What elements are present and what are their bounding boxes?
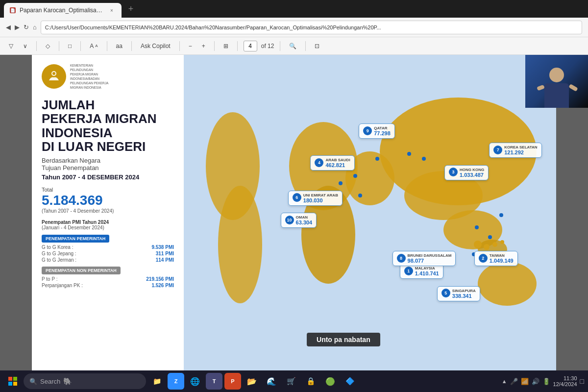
content-area: KEMENTERIAN PELINDUNGAN PEKERJA MIGRAN I… <box>0 55 588 370</box>
tray-mic[interactable]: 🎤 <box>510 378 518 385</box>
country-name: MALAYSIA <box>415 266 439 270</box>
taskbar-file-explorer[interactable]: 📁 <box>148 372 166 390</box>
windows-icon <box>8 377 17 386</box>
active-tab[interactable]: 📄 Paparan Karocan_Optimalisasi Pe... × <box>4 3 122 18</box>
page-icon[interactable]: □ <box>65 41 74 51</box>
svg-point-15 <box>492 242 497 247</box>
tray-wifi[interactable]: 📶 <box>521 378 529 385</box>
country-bubble-qatar: 9 QATAR 77.298 <box>359 123 395 139</box>
sep6 <box>179 41 180 51</box>
taskbar-chrome[interactable]: 🟢 <box>321 372 339 390</box>
taskbar-zoom[interactable]: Z <box>168 373 184 390</box>
svg-rect-30 <box>13 382 17 386</box>
elephant-icon: 🐘 <box>63 377 72 385</box>
svg-point-23 <box>375 157 379 161</box>
dropdown-btn[interactable]: ∨ <box>20 41 30 51</box>
country-name: TAIWAN <box>490 253 514 258</box>
rank-dot: 5 <box>441 289 450 297</box>
export-btn[interactable]: ⊡ <box>312 41 322 51</box>
country-name: KOREA SELATAN <box>504 145 537 149</box>
year-label: Tahun 2007 - 4 DESEMBER 2024 <box>42 173 174 181</box>
system-tray: ▲ 🎤 📶 🔊 🔋 11:30 12/4/2024 □ <box>502 375 584 387</box>
sep10 <box>305 41 306 51</box>
rank-dot: 4 <box>315 158 323 167</box>
non-gov-badge: PENEMPATAN NON PEMERINTAH <box>42 267 121 274</box>
zoom-out-btn[interactable]: − <box>186 41 195 51</box>
svg-rect-29 <box>8 382 12 386</box>
svg-point-22 <box>339 181 343 185</box>
total-box: Total 5.184.369 (Tahun 2007 - 4 Desember… <box>42 187 174 214</box>
country-bubble-taiwan: 2 TAIWAN 1.049.149 <box>474 251 518 266</box>
taskbar-store[interactable]: 🛒 <box>282 372 300 390</box>
country-value: 77.298 <box>374 130 391 136</box>
reset-icon[interactable]: ◇ <box>43 41 53 51</box>
zoom-in-btn[interactable]: + <box>199 41 208 51</box>
page-number-input[interactable] <box>244 41 257 51</box>
country-bubble-uni-emirat-arab: 6 UNI EMIRAT ARAB 180.030 <box>288 191 343 206</box>
tray-chevron[interactable]: ▲ <box>502 378 507 384</box>
country-value: 338.341 <box>452 293 476 299</box>
country-bubble-oman: 10 OMAN 63.304 <box>281 213 317 228</box>
search-pdf-btn[interactable]: 🔍 <box>286 41 299 51</box>
country-bubble-hong-kong: 3 HONG KONG 1.033.487 <box>444 165 489 180</box>
main-title: JUMLAH PEKERJA MIGRAN INDONESIA DI LUAR … <box>42 98 174 154</box>
rank-dot: 9 <box>363 126 372 135</box>
rank-dot: 10 <box>285 216 294 224</box>
home-button[interactable]: ⌂ <box>33 24 37 31</box>
browser-frame: 📄 Paparan Karocan_Optimalisasi Pe... × +… <box>0 0 588 392</box>
taskbar-folder[interactable]: 📂 <box>243 372 261 390</box>
text-icon[interactable]: аа <box>113 41 125 51</box>
fit-page-btn[interactable]: ⊞ <box>220 41 231 51</box>
sep3 <box>80 41 81 51</box>
sub-title: Berdasarkan Negara Tujuan Penempatan <box>42 157 174 172</box>
gov-stats: G to G Korea :9.538 PMIG to G Jepang :31… <box>42 245 174 263</box>
stat-row: P to P :219.156 PMI <box>42 276 174 282</box>
rank-dot: 8 <box>397 254 406 263</box>
placement-title: Penempatan PMI Tahun 2024 <box>42 220 174 225</box>
tab-close-button[interactable]: × <box>108 6 116 14</box>
taskbar-right: ▲ 🎤 📶 🔊 🔋 11:30 12/4/2024 □ <box>502 375 584 387</box>
tray-datetime[interactable]: 11:30 12/4/2024 <box>553 375 577 387</box>
svg-point-19 <box>488 235 492 239</box>
country-value: 1.410.741 <box>415 270 439 276</box>
rank-dot: 7 <box>493 146 502 154</box>
gov-badge: PENEMPATAN PEMERINTAH <box>42 235 109 243</box>
svg-point-17 <box>475 225 479 229</box>
subtitle-text: Unto pa nabatan <box>307 333 380 346</box>
taskbar-search[interactable]: 🔍 Search 🐘 <box>24 373 146 389</box>
search-icon: 🔍 <box>29 378 37 385</box>
new-tab-button[interactable]: + <box>123 1 138 16</box>
total-sub: (Tahun 2007 - 4 Desember 2024) <box>42 208 174 214</box>
filter-icon[interactable]: ▽ <box>6 41 16 51</box>
tray-volume[interactable]: 🔊 <box>532 378 539 385</box>
taskbar-dropbox[interactable]: 🔷 <box>341 372 359 390</box>
refresh-button[interactable]: ↻ <box>24 24 29 31</box>
country-name: SINGAPURA <box>452 289 476 293</box>
forward-button[interactable]: ▶ <box>15 24 20 31</box>
taskbar-edge[interactable]: 🌊 <box>263 372 280 390</box>
taskbar: 🔍 Search 🐘 📁 Z 🌐 T P 📂 🌊 🛒 🔒 🟢 🔷 ▲ 🎤 📶 <box>0 370 588 392</box>
ask-copilot-btn[interactable]: Ask Copilot <box>138 41 173 51</box>
start-button[interactable] <box>4 372 22 390</box>
taskbar-keepass[interactable]: 🔒 <box>302 372 319 390</box>
tab-title: Paparan Karocan_Optimalisasi Pe... <box>20 7 104 14</box>
sep2 <box>59 41 59 51</box>
taskbar-teams[interactable]: T <box>206 373 222 390</box>
placement-sub: (Januari - 4 Desember 2024) <box>42 225 174 230</box>
country-bubble-singapura: 5 SINGAPURA 338.341 <box>437 286 480 301</box>
taskbar-powerpoint[interactable]: P <box>224 373 241 390</box>
sep9 <box>280 41 280 51</box>
country-bubble-brunei-darussalam: 8 BRUNEI DARUSSALAM 98.077 <box>392 251 456 266</box>
logo-area: KEMENTERIAN PELINDUNGAN PEKERJA MIGRAN I… <box>42 63 174 90</box>
tray-notification[interactable]: □ <box>580 377 584 385</box>
country-name: ARAB SAUDI <box>325 158 350 162</box>
back-button[interactable]: ◀ <box>6 24 11 31</box>
total-number: 5.184.369 <box>42 193 174 208</box>
address-input[interactable] <box>41 21 582 34</box>
country-value: 98.077 <box>408 258 452 264</box>
taskbar-app2[interactable]: 🌐 <box>186 372 204 390</box>
font-icon[interactable]: AA <box>87 41 100 51</box>
stat-row: G to G Korea :9.538 PMI <box>42 245 174 250</box>
tray-battery[interactable]: 🔋 <box>542 378 550 385</box>
slide-left-panel: KEMENTERIAN PELINDUNGAN PEKERJA MIGRAN I… <box>32 55 184 370</box>
